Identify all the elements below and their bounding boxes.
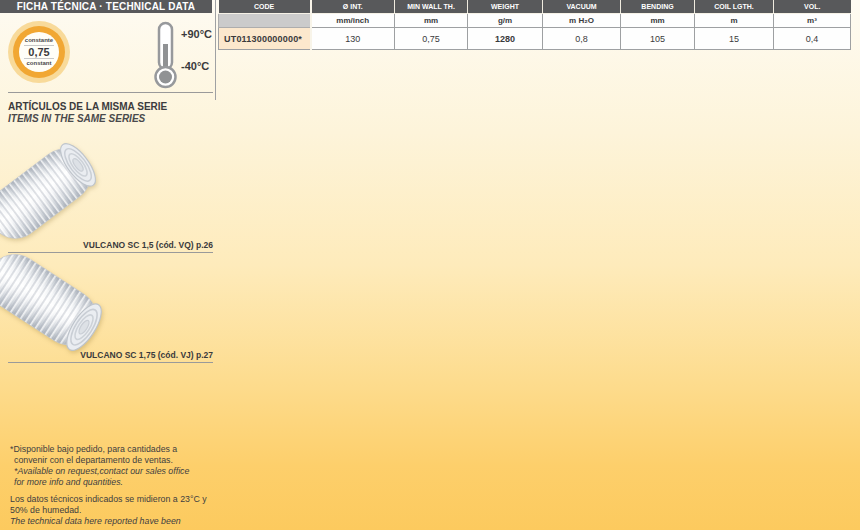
cell-int-diameter: 130 — [311, 28, 395, 50]
section-title: FICHA TÉCNICA · TECHNICAL DATA — [0, 0, 212, 13]
catalog-page: FICHA TÉCNICA · TECHNICAL DATA constante… — [0, 0, 860, 530]
col-header-bending: BENDING — [621, 0, 695, 14]
unit-code — [219, 14, 311, 28]
footnote-line: *Disponible bajo pedido, para cantidades… — [10, 444, 222, 455]
unit-int-diameter: mm/inch — [311, 14, 395, 28]
unit-volume: m³ — [774, 14, 851, 28]
divider — [8, 362, 213, 363]
cell-coil-length: 15 — [695, 28, 774, 50]
col-header-volume: VOL. — [774, 0, 851, 14]
cell-vacuum: 0,8 — [543, 28, 621, 50]
unit-weight: g/m — [468, 14, 543, 28]
constant-badge: constante 0,75 constant — [13, 26, 65, 78]
col-header-coil-length: COIL LGTH. — [695, 0, 774, 14]
temperature-min: -40°C — [181, 60, 221, 72]
unit-bending: mm — [621, 14, 695, 28]
hose-photo-vulcano-sc-15 — [0, 130, 106, 242]
constant-badge-inner: constante 0,75 constant — [19, 32, 59, 72]
column-divider — [215, 0, 216, 100]
footnote-line: The technical data here reported have be… — [10, 516, 222, 527]
footnotes: *Disponible bajo pedido, para cantidades… — [10, 444, 222, 527]
cell-bending: 105 — [621, 28, 695, 50]
col-header-vacuum: VACUUM — [543, 0, 621, 14]
footnote-line: for more info and quantities. — [10, 477, 222, 488]
footnote-line: Los datos técnicos indicados se midieron… — [10, 494, 222, 505]
same-series-title-en: ITEMS IN THE SAME SERIES — [8, 113, 213, 125]
unit-coil-length: m — [695, 14, 774, 28]
col-header-code: CODE — [219, 0, 311, 14]
cell-volume: 0,4 — [774, 28, 851, 50]
unit-vacuum: m H₂O — [543, 14, 621, 28]
hose-photo-vulcano-sc-175 — [0, 248, 112, 366]
same-series-title-es: ARTÍCULOS DE LA MISMA SERIE — [8, 101, 213, 113]
divider — [8, 92, 213, 93]
cell-min-wall: 0,75 — [395, 28, 468, 50]
same-series-title: ARTÍCULOS DE LA MISMA SERIE ITEMS IN THE… — [8, 101, 213, 125]
table-header-row: CODE Ø INT. MIN WALL TH. WEIGHT VACUUM B… — [219, 0, 851, 14]
footnote-line: convenir con el departamento de ventas. — [10, 455, 222, 466]
temperature-max: +90°C — [181, 28, 221, 40]
cell-weight: 1280 — [468, 28, 543, 50]
constant-badge-value: 0,75 — [28, 46, 49, 58]
thermometer-icon — [149, 20, 183, 90]
col-header-int-diameter: Ø INT. — [311, 0, 395, 14]
unit-min-wall: mm — [395, 14, 468, 28]
footnote-line: 50% de humedad. — [10, 505, 222, 516]
series-item-caption: VULCANO SC 1,75 (cód. VJ) p.27 — [8, 350, 213, 360]
table-data-row: UT011300000000* 130 0,75 1280 0,8 105 15… — [219, 28, 851, 50]
cell-code: UT011300000000* — [219, 28, 311, 50]
footnote-line: *Available on request,contact our sales … — [10, 466, 222, 477]
table-units-row: mm/inch mm g/m m H₂O mm m m³ — [219, 14, 851, 28]
constant-badge-label-en: constant — [24, 58, 54, 67]
col-header-weight: WEIGHT — [468, 0, 543, 14]
technical-data-table: CODE Ø INT. MIN WALL TH. WEIGHT VACUUM B… — [218, 0, 851, 50]
col-header-min-wall: MIN WALL TH. — [395, 0, 468, 14]
constant-badge-label-es: constante — [24, 37, 54, 46]
